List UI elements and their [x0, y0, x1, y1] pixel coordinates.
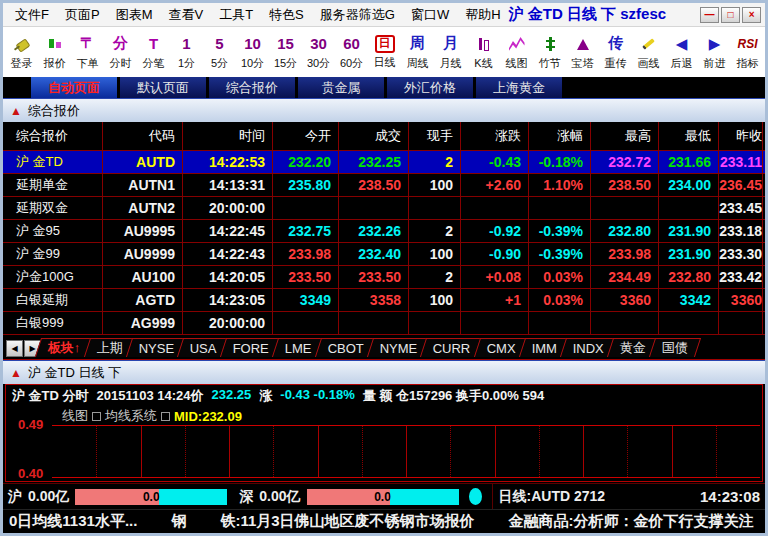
toolbar-login[interactable]: 登录	[5, 27, 38, 77]
toolbar-kline[interactable]: K线	[467, 27, 500, 77]
menu-help[interactable]: 帮助H	[457, 4, 508, 26]
toolbar-60min[interactable]: 6060分	[335, 27, 368, 77]
toolbar-forward[interactable]: ▶前进	[698, 27, 731, 77]
quote-panel-title-bar: ▲ 综合报价	[3, 98, 765, 122]
tab-shanghai-gold[interactable]: 上海黄金	[476, 77, 562, 98]
news-ticker: 0日均线1131水平...钢铁:11月3日佛山地区废不锈钢市场报价金融商品:分析…	[3, 509, 765, 533]
cell-volume: 2	[409, 151, 461, 173]
cell-change-pct: -0.39%	[529, 220, 591, 242]
toolbar-linechart[interactable]: 线图	[500, 27, 533, 77]
menu-server-filter[interactable]: 服务器筛选G	[312, 4, 403, 26]
toolbar-intraday[interactable]: 分分时	[104, 27, 137, 77]
cell-name: 沪 金95	[3, 220, 103, 242]
toolbar-1min-label: 1分	[178, 56, 195, 71]
quote-row-agtd[interactable]: 白银延期AGTD14:23:0533493358100+10.03%336033…	[3, 289, 765, 312]
column-header-low[interactable]: 最低	[659, 122, 719, 150]
cell-low	[659, 312, 719, 334]
mid-toggle-checkbox-icon[interactable]	[161, 412, 170, 421]
toolbar-indicator[interactable]: RSI指标	[731, 27, 764, 77]
column-header-code[interactable]: 代码	[103, 122, 183, 150]
column-header-last[interactable]: 成交	[339, 122, 409, 150]
tab-composite-quote[interactable]: 综合报价	[209, 77, 295, 98]
retransmit-icon: 传	[608, 34, 623, 54]
toolbar-weekly-label: 周线	[407, 56, 429, 71]
cell-last	[339, 312, 409, 334]
toolbar-forward-label: 前进	[704, 56, 726, 71]
toolbar-pagoda[interactable]: 宝塔	[566, 27, 599, 77]
close-button[interactable]: ×	[742, 7, 761, 23]
grid-line	[672, 426, 673, 477]
quote-row-autn1[interactable]: 延期单金AUTN114:13:31235.80238.50100+2.601.1…	[3, 174, 765, 197]
15min-icon: 15	[277, 34, 294, 54]
toolbar-15min[interactable]: 1515分	[269, 27, 302, 77]
quote-row-au100[interactable]: 沪金100GAU10014:20:05233.50233.502+0.080.0…	[3, 266, 765, 289]
tab-precious-metals[interactable]: 贵金属	[298, 77, 384, 98]
cell-time: 14:22:43	[183, 243, 273, 265]
market-tab-nyme-label: NYME	[379, 341, 417, 356]
ma-toggle-checkbox-icon[interactable]	[92, 412, 101, 421]
toolbar-bamboo[interactable]: 竹节	[533, 27, 566, 77]
cell-high: 232.72	[591, 151, 659, 173]
grid-line	[450, 426, 451, 477]
cell-change: +2.60	[461, 174, 529, 196]
tab-default-page[interactable]: 默认页面	[120, 77, 206, 98]
ticker-segment-1: 钢	[171, 512, 186, 531]
menu-window[interactable]: 窗口W	[403, 4, 457, 26]
quote-row-autn2[interactable]: 延期双金AUTN220:00:00233.45	[3, 197, 765, 220]
cell-name: 白银999	[3, 312, 103, 334]
minimize-button[interactable]: —	[700, 7, 719, 23]
chart-info-line: 沪 金TD 分时20151103 14:24价232.25涨-0.43 -0.1…	[12, 387, 544, 405]
menu-chart[interactable]: 图表M	[108, 4, 161, 26]
toolbar-quote[interactable]: 报价	[38, 27, 71, 77]
menu-features[interactable]: 特色S	[261, 4, 312, 26]
toolbar-weekly[interactable]: 周周线	[401, 27, 434, 77]
session-label: 日线:AUTD 2712	[499, 488, 606, 506]
cell-last: 232.40	[339, 243, 409, 265]
sz-index-label: 深	[239, 488, 253, 506]
toolbar-tick[interactable]: T分笔	[137, 27, 170, 77]
quote-row-autd[interactable]: 沪 金TDAUTD14:22:53232.20232.252-0.43-0.18…	[3, 151, 765, 174]
market-tab-lme-label: LME	[285, 341, 312, 356]
menu-file[interactable]: 文件F	[7, 4, 57, 26]
toolbar-retransmit[interactable]: 传重传	[599, 27, 632, 77]
toolbar-monthly[interactable]: 月月线	[434, 27, 467, 77]
market-tab-fore-label: FORE	[232, 341, 268, 356]
toolbar-back[interactable]: ◀后退	[665, 27, 698, 77]
cell-change: -0.92	[461, 220, 529, 242]
toolbar-order[interactable]: 〒下单	[71, 27, 104, 77]
chart-panel-title: 沪 金TD 日线 下	[28, 364, 121, 382]
cell-prev-close: 233.11	[719, 151, 763, 173]
column-header-volume[interactable]: 现手	[409, 122, 461, 150]
column-header-change[interactable]: 涨跌	[461, 122, 529, 150]
tab-auto-page[interactable]: 自动页面	[31, 77, 117, 98]
column-header-change-pct[interactable]: 涨幅	[529, 122, 591, 150]
market-tab-nyse-label: NYSE	[138, 341, 173, 356]
column-header-prev-close[interactable]: 昨收	[719, 122, 763, 150]
column-header-high[interactable]: 最高	[591, 122, 659, 150]
toolbar-5min[interactable]: 55分	[203, 27, 236, 77]
sz-volume-bar-value: 0.0	[307, 490, 459, 504]
quote-panel-title: 综合报价	[28, 102, 80, 120]
column-header-name[interactable]: 综合报价	[3, 122, 103, 150]
scroll-left-icon[interactable]: ◀	[6, 340, 23, 357]
toolbar-drawline[interactable]: 画线	[632, 27, 665, 77]
quote-row-au9995[interactable]: 沪 金95AU999514:22:45232.75232.262-0.92-0.…	[3, 220, 765, 243]
toolbar-1min[interactable]: 11分	[170, 27, 203, 77]
column-header-open[interactable]: 今开	[273, 122, 339, 150]
cell-volume: 2	[409, 266, 461, 288]
toolbar-daily[interactable]: 日日线	[368, 27, 401, 77]
market-tab-bonds[interactable]: 国债	[649, 338, 701, 357]
menu-view[interactable]: 查看V	[160, 4, 211, 26]
menu-tools[interactable]: 工具T	[211, 4, 261, 26]
quote-row-ag999[interactable]: 白银999AG99920:00:00	[3, 312, 765, 335]
intraday-chart[interactable]: 沪 金TD 分时20151103 14:24价232.25涨-0.43 -0.1…	[5, 384, 763, 482]
cell-open: 233.98	[273, 243, 339, 265]
cell-time: 20:00:00	[183, 312, 273, 334]
toolbar-30min[interactable]: 3030分	[302, 27, 335, 77]
menu-page[interactable]: 页面P	[57, 4, 108, 26]
toolbar-10min[interactable]: 1010分	[236, 27, 269, 77]
tab-forex-price[interactable]: 外汇价格	[387, 77, 473, 98]
quote-row-au9999[interactable]: 沪 金99AU999914:22:43233.98232.40100-0.90-…	[3, 243, 765, 266]
maximize-button[interactable]: □	[721, 7, 740, 23]
column-header-time[interactable]: 时间	[183, 122, 273, 150]
